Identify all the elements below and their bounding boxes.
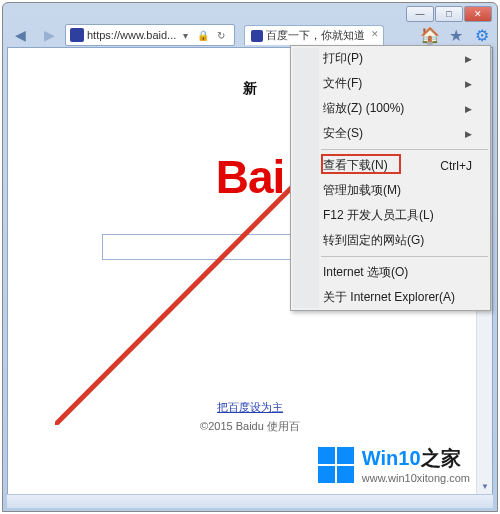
browser-tab[interactable]: 百度一下，你就知道 ✕ — [244, 25, 384, 45]
windows-logo-icon — [318, 447, 354, 483]
toolbar-buttons: 🏠 ★ ⚙ — [419, 25, 493, 45]
menu-separator — [321, 149, 488, 150]
scroll-down-icon[interactable]: ▼ — [477, 478, 493, 494]
menu-item-label: 转到固定的网站(G) — [323, 232, 424, 249]
menu-item[interactable]: 关于 Internet Explorer(A) — [291, 285, 490, 310]
menu-item[interactable]: 打印(P)▶ — [291, 46, 490, 71]
copyright-text: ©2015 Baidu 使用百 — [8, 419, 492, 434]
tab-strip: 百度一下，你就知道 ✕ — [238, 25, 416, 45]
forward-button[interactable]: ▶ — [36, 23, 62, 47]
submenu-arrow-icon: ▶ — [465, 104, 472, 114]
site-icon — [70, 28, 84, 42]
tab-favicon — [251, 30, 263, 42]
tools-context-menu: 打印(P)▶文件(F)▶缩放(Z) (100%)▶安全(S)▶ 查看下载(N)C… — [290, 45, 491, 311]
favorites-icon[interactable]: ★ — [445, 25, 467, 45]
refresh-icon[interactable]: ↻ — [212, 26, 230, 44]
gear-icon[interactable]: ⚙ — [471, 25, 493, 45]
menu-item[interactable]: 缩放(Z) (100%)▶ — [291, 96, 490, 121]
menu-item-label: Internet 选项(O) — [323, 264, 408, 281]
menu-item-label: 关于 Internet Explorer(A) — [323, 289, 455, 306]
menu-item[interactable]: 查看下载(N)Ctrl+J — [291, 153, 490, 178]
menu-item-label: 管理加载项(M) — [323, 182, 401, 199]
tab-close-icon[interactable]: ✕ — [371, 29, 379, 39]
menu-item-label: 打印(P) — [323, 50, 363, 67]
submenu-arrow-icon: ▶ — [465, 54, 472, 64]
watermark-brand: Win10之家 — [362, 445, 470, 472]
menu-shortcut: Ctrl+J — [440, 159, 472, 173]
menu-item-label: 安全(S) — [323, 125, 363, 142]
window-controls: — □ ✕ — [405, 6, 492, 22]
menu-item[interactable]: 转到固定的网站(G) — [291, 228, 490, 253]
menu-item[interactable]: Internet 选项(O) — [291, 260, 490, 285]
address-bar[interactable]: https://www.baid... ▾ 🔒 ↻ — [65, 24, 235, 46]
menu-item-label: 缩放(Z) (100%) — [323, 100, 404, 117]
watermark: Win10之家 www.win10xitong.com — [318, 445, 470, 484]
menu-item-label: 文件(F) — [323, 75, 362, 92]
footer-links: 把百度设为主 — [8, 400, 492, 415]
set-homepage-link[interactable]: 把百度设为主 — [217, 401, 283, 413]
home-icon[interactable]: 🏠 — [419, 25, 441, 45]
menu-item[interactable]: 管理加载项(M) — [291, 178, 490, 203]
url-dropdown-icon[interactable]: ▾ — [176, 26, 194, 44]
maximize-button[interactable]: □ — [435, 6, 463, 22]
menu-separator — [321, 256, 488, 257]
url-text: https://www.baid... — [87, 29, 176, 41]
lock-icon: 🔒 — [194, 26, 212, 44]
menu-item-label: F12 开发人员工具(L) — [323, 207, 434, 224]
tab-title: 百度一下，你就知道 — [266, 28, 365, 43]
back-button[interactable]: ◀ — [7, 23, 33, 47]
watermark-url: www.win10xitong.com — [362, 472, 470, 484]
close-button[interactable]: ✕ — [464, 6, 492, 22]
minimize-button[interactable]: — — [406, 6, 434, 22]
address-row: ◀ ▶ https://www.baid... ▾ 🔒 ↻ 百度一下，你就知道 … — [7, 23, 493, 47]
menu-item[interactable]: 文件(F)▶ — [291, 71, 490, 96]
menu-item[interactable]: F12 开发人员工具(L) — [291, 203, 490, 228]
submenu-arrow-icon: ▶ — [465, 79, 472, 89]
menu-item[interactable]: 安全(S)▶ — [291, 121, 490, 146]
menu-item-label: 查看下载(N) — [323, 157, 388, 174]
submenu-arrow-icon: ▶ — [465, 129, 472, 139]
status-bar — [7, 494, 493, 508]
